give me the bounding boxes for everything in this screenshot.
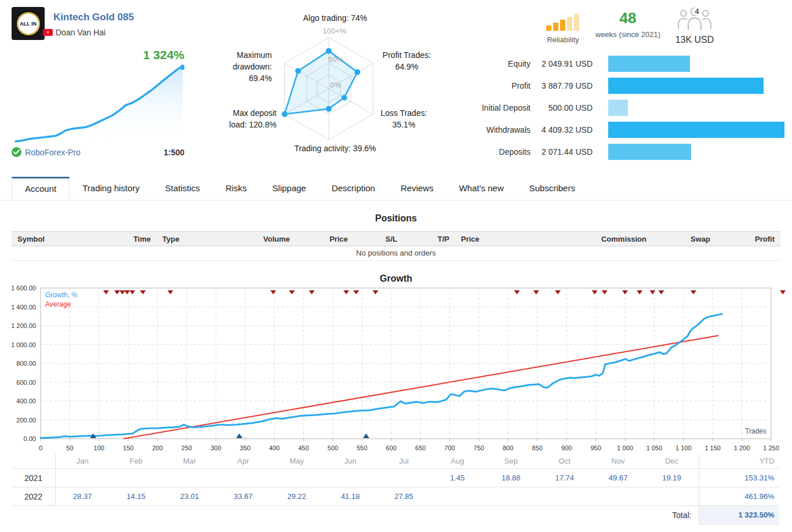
subscribers-count-badge: 4 (695, 7, 699, 16)
growth-2022-feb: 14.15 (109, 487, 162, 505)
author-name[interactable]: Doan Van Hai (56, 28, 106, 37)
growth-2021-jul (377, 468, 430, 487)
svg-text:650: 650 (415, 444, 426, 451)
radar-ring-0: 0% (315, 81, 356, 89)
growth-title: Growth (0, 274, 792, 284)
verified-check-icon (12, 147, 21, 157)
leverage-value: 1:500 (139, 148, 184, 157)
growth-2021-jan (56, 468, 109, 487)
svg-text:Trades: Trades (745, 427, 766, 435)
monthly-growth-table: JanFebMarAprMayJunJulAugSepOctNovDecYTD2… (12, 454, 780, 524)
svg-text:1 250: 1 250 (763, 444, 779, 451)
svg-text:1 050: 1 050 (646, 444, 663, 451)
distribution-radar-chart: Algo trading: 74% 100+% 50% 0% Profit Tr… (227, 5, 443, 170)
growth-2022-dec (645, 487, 698, 505)
positions-col-t-p-6: T/P (403, 235, 455, 243)
positions-col-symbol-0: Symbol (12, 235, 81, 243)
positions-col-commission-8: Commission (548, 235, 652, 243)
svg-text:50: 50 (66, 444, 73, 451)
positions-col-volume-3: Volume (209, 235, 296, 243)
month-header-jul: Jul (377, 454, 430, 468)
avatar-text: ALL IN (20, 21, 37, 27)
svg-text:100: 100 (94, 444, 104, 451)
stat-value: 3 887.79 USD (531, 81, 593, 90)
stat-bar (608, 56, 690, 72)
growth-2022-aug (431, 487, 484, 505)
tab-description[interactable]: Description (319, 177, 388, 200)
positions-title: Positions (0, 213, 792, 224)
radar-label-trading-activity: Trading activity: 39.6% (227, 143, 443, 154)
tab-slippage[interactable]: Slippage (260, 177, 319, 200)
growth-2022-jul: 27.85 (377, 487, 430, 505)
svg-text:250: 250 (181, 444, 192, 451)
positions-table: SymbolTimeTypeVolumePriceS/LT/PPriceComm… (12, 231, 780, 261)
radar-label-maximum-drawdown: Maximumdrawdown:69.4% (219, 49, 272, 84)
stat-bar (608, 122, 784, 138)
year-label-2021: 2021 (12, 468, 56, 487)
positions-col-price-7: Price (455, 235, 548, 243)
svg-text:1 400.00: 1 400.00 (11, 304, 36, 311)
svg-text:750: 750 (474, 444, 484, 451)
stat-bar (608, 100, 628, 116)
tab-subscribers[interactable]: Subscribers (517, 177, 588, 200)
svg-text:800.00: 800.00 (16, 360, 36, 367)
growth-2022-jan: 28.37 (56, 487, 109, 505)
positions-col-swap-9: Swap (652, 235, 716, 243)
stat-value: 4 409.32 USD (531, 125, 593, 134)
svg-text:1 600.00: 1 600.00 (11, 285, 36, 291)
stat-row-deposits: Deposits2 071.44 USD (475, 141, 789, 163)
tab-account[interactable]: Account (12, 177, 70, 200)
svg-text:1 000.00: 1 000.00 (11, 341, 36, 348)
growth-2022-jun: 41.18 (324, 487, 377, 505)
tab-what-s-new[interactable]: What's new (446, 177, 517, 200)
svg-text:850: 850 (532, 444, 543, 451)
growth-chart: 0501001502002503003504004505005506006507… (0, 284, 792, 456)
growth-2022-oct (538, 487, 591, 505)
tab-reviews[interactable]: Reviews (388, 177, 446, 200)
svg-text:600: 600 (386, 444, 397, 451)
svg-text:1 000: 1 000 (617, 444, 633, 451)
svg-text:1 150: 1 150 (704, 444, 721, 451)
growth-2021-jun (324, 468, 377, 487)
signal-title[interactable]: Kintech Gold 085 (53, 12, 134, 23)
svg-text:200.00: 200.00 (16, 417, 36, 424)
stat-label: Deposits (475, 147, 531, 156)
growth-2021-aug: 1.45 (431, 468, 484, 487)
stat-bar (608, 78, 764, 94)
tab-trading-history[interactable]: Trading history (70, 177, 152, 200)
stat-row-equity: Equity2 049.91 USD (475, 53, 789, 75)
svg-text:800: 800 (503, 444, 513, 451)
total-value: 1 323.50% (699, 505, 779, 524)
tab-risks[interactable]: Risks (213, 177, 260, 200)
growth-2021-may (270, 468, 324, 487)
total-label: Total: (56, 505, 699, 524)
svg-text:400: 400 (269, 444, 279, 451)
radar-label-max-deposit-load: Max depositload: 120.8% (220, 107, 277, 130)
broker-server-link[interactable]: RoboForex-Pro (25, 148, 81, 157)
signal-avatar[interactable]: ALL IN (12, 7, 45, 40)
tab-statistics[interactable]: Statistics (152, 177, 213, 200)
ytd-2021: 153.31% (699, 468, 779, 487)
growth-2022-apr: 33.67 (216, 487, 270, 505)
stat-row-profit: Profit3 887.79 USD (475, 75, 789, 97)
month-header-dec: Dec (645, 454, 698, 468)
growth-2022-sep (484, 487, 537, 505)
growth-2022-may: 29.22 (270, 487, 324, 505)
reliability-bars-icon (546, 14, 580, 31)
month-header-may: May (270, 454, 324, 468)
svg-text:0: 0 (39, 444, 42, 451)
svg-text:1 200.00: 1 200.00 (11, 322, 36, 329)
month-header-sep: Sep (484, 454, 537, 468)
stat-row-withdrawals: Withdrawals4 409.32 USD (475, 119, 789, 141)
svg-text:700: 700 (444, 444, 455, 451)
svg-text:400.00: 400.00 (16, 398, 36, 405)
radar-label-loss-trades: Loss Trades:35.1% (368, 107, 440, 130)
stat-label: Equity (475, 59, 531, 68)
month-header-nov: Nov (591, 454, 645, 468)
svg-text:300: 300 (210, 444, 221, 451)
stat-row-initial-deposit: Initial Deposit500.00 USD (475, 97, 789, 119)
svg-text:950: 950 (590, 444, 601, 451)
stat-value: 2 071.44 USD (531, 147, 593, 156)
month-header-oct: Oct (538, 454, 591, 468)
growth-2022-mar: 23.01 (163, 487, 216, 505)
